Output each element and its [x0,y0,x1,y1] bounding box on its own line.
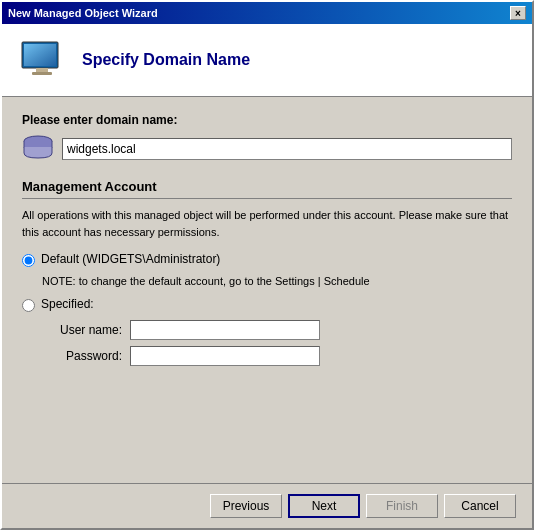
domain-input-row [22,135,512,163]
domain-icon [22,135,54,163]
username-row: User name: [42,320,512,340]
default-radio[interactable] [22,254,35,267]
management-section: Management Account All operations with t… [22,179,512,366]
specified-radio-label[interactable]: Specified: [41,297,94,311]
default-radio-note: NOTE: to change the default account, go … [42,275,512,287]
management-title: Management Account [22,179,512,194]
specified-radio[interactable] [22,299,35,312]
section-divider [22,198,512,199]
wizard-window: New Managed Object Wizard × Specify Doma… [0,0,534,530]
computer-icon [18,36,66,84]
svg-rect-4 [32,72,52,75]
finish-button[interactable]: Finish [366,494,438,518]
title-bar: New Managed Object Wizard × [2,2,532,24]
svg-rect-3 [36,68,48,72]
password-label: Password: [42,349,122,363]
footer: Previous Next Finish Cancel [2,483,532,528]
password-input[interactable] [130,346,320,366]
content-area: Please enter domain name: Management Acc… [2,97,532,483]
window-title: New Managed Object Wizard [8,7,158,19]
default-radio-option: Default (WIDGETS\Administrator) [22,252,512,267]
password-row: Password: [42,346,512,366]
svg-rect-2 [24,44,56,66]
wizard-header: Specify Domain Name [2,24,532,97]
domain-input[interactable] [62,138,512,160]
next-button[interactable]: Next [288,494,360,518]
specified-radio-option: Specified: [22,297,512,312]
management-description: All operations with this managed object … [22,207,512,240]
cancel-button[interactable]: Cancel [444,494,516,518]
specified-fields: User name: Password: [42,320,512,366]
username-label: User name: [42,323,122,337]
domain-label: Please enter domain name: [22,113,512,127]
previous-button[interactable]: Previous [210,494,282,518]
wizard-title: Specify Domain Name [82,51,250,69]
username-input[interactable] [130,320,320,340]
default-radio-label[interactable]: Default (WIDGETS\Administrator) [41,252,220,266]
close-button[interactable]: × [510,6,526,20]
